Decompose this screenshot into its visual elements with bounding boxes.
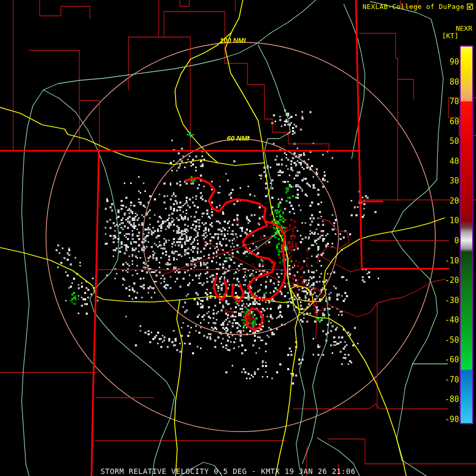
colorbar-tick-label: -50 (422, 335, 459, 345)
units-label: [KT] (442, 32, 459, 40)
colorbar-tick-label: -20 (422, 275, 459, 286)
colorbar-tick-label: 10 (422, 215, 459, 226)
range-ring-label-100nmi: 100 NMI (219, 36, 245, 44)
brand-text: NEXLAB-College of DuPage (362, 3, 464, 11)
colorbar-tick-label: 70 (422, 96, 459, 107)
colorbar-tick-label: -90 (422, 414, 459, 425)
colorbar-tick-label: 50 (422, 136, 459, 147)
county-borders (0, 0, 476, 476)
colorbar-tick-label: 20 (422, 196, 459, 206)
colorbar-tick-label: -60 (422, 354, 459, 365)
highways (0, 0, 444, 476)
colorbar-tick-label: -70 (422, 374, 459, 385)
colorbar-tick-label: 30 (422, 176, 459, 186)
colorbar-tick-label: 90 (422, 57, 459, 67)
colorbar-tick-label: 80 (422, 77, 459, 87)
colorbar-tick-label: 0 (422, 235, 459, 246)
colorbar-tick-label: -40 (422, 315, 459, 325)
colorbar-tick-label: 40 (422, 156, 459, 167)
colorbar (460, 45, 473, 424)
state-borders (0, 0, 448, 476)
product-code-label: NEXR (456, 24, 472, 32)
colorbar-tick-label: -30 (422, 295, 459, 306)
brand: NEXLAB-College of DuPage (362, 3, 473, 11)
colorbar-tick-label: -80 (422, 394, 459, 405)
radar-display: NEXLAB-College of DuPage NEXR [KT] 100 N… (0, 0, 476, 476)
product-title: STORM RELATIVE VELOCITY 0.5 DEG - KMTX 1… (100, 467, 355, 475)
lake-outlines (186, 178, 286, 330)
basemap-layer (0, 0, 476, 476)
colorbar-tick-label: -10 (422, 255, 459, 266)
range-ring-label-60nmi: 60 NMI (227, 134, 249, 142)
nexlab-logo-icon (466, 3, 473, 10)
rivers (22, 0, 447, 476)
colorbar-tick-label: 60 (422, 116, 459, 127)
